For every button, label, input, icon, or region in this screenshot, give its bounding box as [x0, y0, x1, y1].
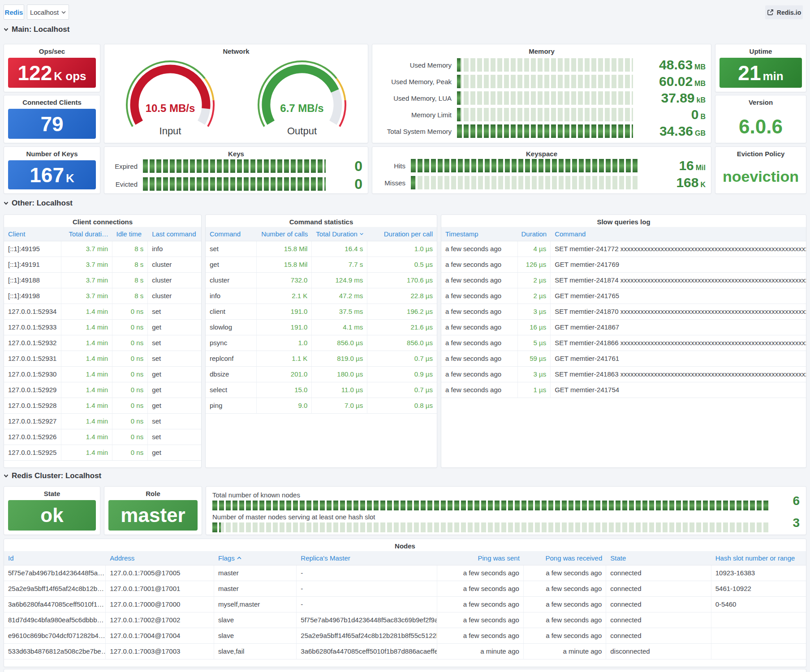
column-header-id[interactable]: Id	[4, 551, 106, 565]
column-header-label: Total durati…	[69, 230, 108, 238]
table-cell: cluster	[148, 273, 201, 288]
table-cell: 1 µs	[518, 382, 551, 398]
gauge-label-text: Output	[287, 125, 317, 137]
lcd-bar	[457, 124, 633, 138]
table-cell: a few seconds ago	[441, 320, 518, 335]
ops-unit: K ops	[54, 70, 86, 82]
bar-gauge-value: 16Mil	[643, 159, 706, 172]
table-cell: -	[297, 597, 437, 612]
column-header-pong-was-received[interactable]: Pong was received	[524, 551, 606, 565]
table-row: get15.8 Mil7.7 s0.5 µs	[206, 257, 437, 273]
table-row: 127.0.0.1:529251.4 min0 nsget	[4, 445, 201, 461]
redis-io-link[interactable]: Redis.io	[765, 5, 803, 19]
table-cell: 856.0 µs	[312, 335, 367, 351]
column-header-command[interactable]: Command	[206, 227, 257, 241]
clients-value: 79	[40, 114, 63, 134]
collapse-chevron-icon	[4, 28, 9, 31]
section-cluster-header[interactable]: Redis Cluster: Localhost	[4, 471, 101, 480]
table-cell: 5f75e7ab4967b1d4236448f5a…	[4, 565, 106, 581]
column-header-address[interactable]: Address	[106, 551, 214, 565]
table-cell: -	[297, 581, 437, 596]
table-cell: 0.8 µs	[367, 398, 437, 413]
table-cell: 15.0	[257, 382, 312, 398]
table-cell: a few seconds ago	[441, 367, 518, 382]
panel-uptime: Uptime 21min	[715, 44, 806, 92]
column-header-state[interactable]: State	[606, 551, 711, 565]
table-cell: 2 µs	[518, 288, 551, 304]
bar-gauge-value: 0	[331, 177, 362, 191]
column-header-label: Client	[8, 230, 25, 238]
table-cell: 1.4 min	[61, 320, 112, 335]
table-row: a few seconds ago59 µsGET memtier-241761	[441, 351, 806, 367]
column-header-command[interactable]: Command	[551, 227, 806, 241]
table-cell: 0 ns	[112, 382, 148, 398]
table-cell: 127.0.0.1:7001@17001	[106, 581, 214, 596]
table-row: a few seconds ago4 µsSET memtier-241772 …	[441, 241, 806, 257]
collapse-chevron-icon	[4, 474, 9, 478]
table-cell: 0.7 µs	[367, 382, 437, 398]
table-cell: SET memtier-241874 xxxxxxxxxxxxxxxxxxxxx…	[551, 273, 806, 288]
section-main-header[interactable]: Main: Localhost	[4, 25, 69, 34]
column-header-total-durati[interactable]: Total durati…	[61, 227, 112, 241]
column-header-idle-time[interactable]: Idle time	[112, 227, 148, 241]
eviction-value: noeviction	[715, 168, 806, 185]
panel-title-version: Version	[715, 95, 806, 107]
column-header-duration[interactable]: Duration	[518, 227, 551, 241]
table-cell: 127.0.0.1:52933	[4, 320, 61, 335]
table-row: [::1]:491913.7 min8 scluster	[4, 257, 201, 273]
table-cell: 127.0.0.1:7000@17000	[106, 597, 214, 612]
section-other-header[interactable]: Other: Localhost	[4, 199, 73, 208]
slow-queries-table: TimestampDurationCommanda few seconds ag…	[441, 227, 806, 398]
bar-gauge-value: 168K	[643, 176, 706, 189]
host-dropdown[interactable]: Localhost	[27, 4, 69, 20]
table-cell: SET memtier-241870 xxxxxxxxxxxxxxxxxxxxx…	[551, 304, 806, 319]
panel-title-eviction: Eviction Policy	[715, 147, 806, 159]
column-header-label: Command	[555, 230, 586, 238]
panel-version: Version 6.0.6	[715, 95, 806, 143]
column-header-timestamp[interactable]: Timestamp	[441, 227, 518, 241]
table-cell: slave	[214, 612, 297, 628]
column-header-replica-s-master[interactable]: Replica's Master	[297, 551, 437, 565]
column-header-total-duration[interactable]: Total Duration	[312, 227, 367, 241]
table-row: ping9.07.0 µs0.8 µs	[206, 398, 437, 414]
column-header-label: Timestamp	[445, 230, 478, 238]
lcd-bar	[411, 176, 638, 189]
uptime-value: 21	[738, 63, 761, 83]
table-cell: 127.0.0.1:52934	[4, 304, 61, 319]
table-row: 127.0.0.1:529301.4 min0 nsget	[4, 367, 201, 382]
bar-gauge-value: 0B	[638, 108, 706, 121]
column-header-ping-was-sent[interactable]: Ping was sent	[437, 551, 524, 565]
table-cell: 1.4 min	[61, 367, 112, 382]
gauge-remainder-arc	[201, 108, 206, 123]
section-other-title: Other: Localhost	[12, 199, 73, 208]
table-cell: myself,master	[214, 597, 297, 612]
section-main-title: Main: Localhost	[12, 25, 69, 34]
redis-app-label: Redis	[5, 9, 23, 16]
column-header-label: Pong was received	[546, 554, 603, 562]
column-header-last-command[interactable]: Last command	[148, 227, 201, 241]
table-cell	[711, 628, 806, 643]
bar-gauge-label: Hits	[378, 162, 405, 170]
table-cell: master	[214, 581, 297, 596]
table-cell: set	[148, 351, 201, 366]
redis-app-chip[interactable]: Redis	[4, 4, 24, 20]
column-header-number-of-calls[interactable]: Number of calls	[257, 227, 312, 241]
bar-gauge-row-evicted: Evicted0	[104, 177, 368, 191]
table-cell: 1.4 min	[61, 335, 112, 351]
column-header-flags[interactable]: Flags	[214, 551, 297, 565]
section-cluster-title: Redis Cluster: Localhost	[12, 471, 101, 480]
table-cell: [::1]:49195	[4, 241, 61, 257]
table-row: a few seconds ago2 µsGET memtier-241765	[441, 288, 806, 304]
table-cell: GET memtier-241761	[551, 351, 806, 366]
table-cell: 127.0.0.1:52930	[4, 367, 61, 382]
column-header-hash-slot-number-or-range[interactable]: Hash slot number or range	[711, 551, 806, 565]
bar-gauge-row-memory-limit: Memory Limit0B	[372, 108, 711, 121]
column-header-client[interactable]: Client	[4, 227, 61, 241]
bar-gauge-label: Misses	[378, 179, 405, 187]
table-cell: a few seconds ago	[441, 288, 518, 304]
column-header-duration-per-call[interactable]: Duration per call	[367, 227, 437, 241]
table-cell: 127.0.0.1:7002@17002	[106, 612, 214, 628]
table-cell: 4.1 ms	[312, 320, 367, 335]
table-row: 127.0.0.1:529261.4 min0 nsset	[4, 429, 201, 445]
lcd-bar	[143, 159, 326, 173]
